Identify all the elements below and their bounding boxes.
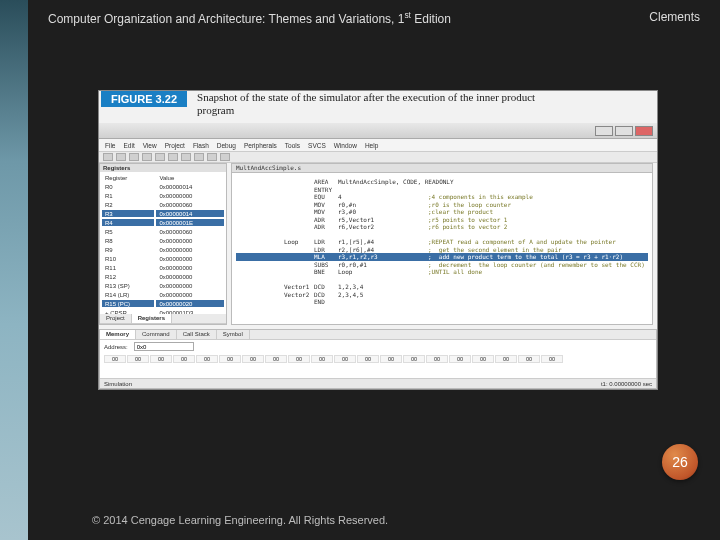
memory-cell[interactable]: 00 [472,355,494,363]
code-line[interactable]: Vector1DCD1,2,3,4 [236,283,648,291]
menu-view[interactable]: View [143,142,157,149]
menu-peripherals[interactable]: Peripherals [244,142,277,149]
menu-debug[interactable]: Debug [217,142,236,149]
memory-cell[interactable]: 00 [449,355,471,363]
register-row[interactable]: R30x00000014 [102,210,224,217]
address-label: Address: [104,344,128,350]
register-row[interactable]: R90x00000000 [102,246,224,253]
memory-cell[interactable]: 00 [495,355,517,363]
memory-cell[interactable]: 00 [426,355,448,363]
address-input[interactable] [134,342,194,351]
memory-cell[interactable]: 00 [541,355,563,363]
page-number: 26 [672,454,688,470]
tab-command[interactable]: Command [136,330,177,339]
register-row[interactable]: R00x00000014 [102,183,224,190]
memory-cell[interactable]: 00 [104,355,126,363]
tab-symbol[interactable]: Symbol [217,330,250,339]
memory-cell[interactable]: 00 [518,355,540,363]
tab-memory[interactable]: Memory [100,330,136,339]
toolbar-button[interactable] [168,153,178,161]
code-line[interactable]: LDRr2,[r6],#4; get the second element in… [236,246,648,254]
memory-cell[interactable]: 00 [127,355,149,363]
code-line[interactable] [236,276,648,284]
code-line[interactable] [236,231,648,239]
code-body[interactable]: AREAMultAndAccSimple, CODE, READONLYENTR… [236,178,648,306]
memory-cell[interactable]: 00 [196,355,218,363]
code-tab[interactable]: MultAndAccSimple.s [236,164,301,171]
code-line[interactable]: ENTRY [236,186,648,194]
slide-main: Computer Organization and Architecture: … [28,0,720,540]
memory-cell[interactable]: 00 [403,355,425,363]
register-row[interactable]: R110x00000000 [102,264,224,271]
toolbar-button[interactable] [116,153,126,161]
window-titlebar [99,123,657,139]
code-line[interactable]: BNELoop;UNTIL all done [236,268,648,276]
code-line[interactable]: SUBSr0,r0,#1; decrement the loop counter… [236,261,648,269]
code-line[interactable]: Vector2DCD2,3,4,5 [236,291,648,299]
toolbar-button[interactable] [155,153,165,161]
register-name: R11 [102,264,154,271]
slide-header: Computer Organization and Architecture: … [48,10,700,26]
code-line[interactable]: EQU4;4 components in this example [236,193,648,201]
memory-cell[interactable]: 00 [150,355,172,363]
register-row[interactable]: R50x00000060 [102,228,224,235]
menu-window[interactable]: Window [334,142,357,149]
memory-cells: 0000000000000000000000000000000000000000 [104,355,563,363]
code-line[interactable]: ADRr5,Vector1;r5 points to vector 1 [236,216,648,224]
menu-edit[interactable]: Edit [123,142,134,149]
toolbar-button[interactable] [103,153,113,161]
register-row[interactable]: R15 (PC)0x00000020 [102,300,224,307]
register-value: 0x00000060 [156,201,224,208]
code-line[interactable]: MLAr3,r1,r2,r3; add new product term to … [236,253,648,261]
toolbar-button[interactable] [142,153,152,161]
code-line[interactable]: ADRr6,Vector2;r6 points to vector 2 [236,223,648,231]
register-name: R14 (LR) [102,291,154,298]
tab-callstack[interactable]: Call Stack [177,330,217,339]
minimize-button[interactable] [595,126,613,136]
memory-cell[interactable]: 00 [219,355,241,363]
memory-cell[interactable]: 00 [288,355,310,363]
tab-registers[interactable]: Registers [132,314,172,323]
code-line[interactable]: END [236,298,648,306]
maximize-button[interactable] [615,126,633,136]
register-row[interactable]: R80x00000000 [102,237,224,244]
toolbar-button[interactable] [181,153,191,161]
toolbar-button[interactable] [207,153,217,161]
register-value: 0x0000001E [156,219,224,226]
memory-cell[interactable]: 00 [242,355,264,363]
code-line[interactable]: MOVr0,#n;r0 is the loop counter [236,201,648,209]
memory-cell[interactable]: 00 [173,355,195,363]
code-line[interactable]: MOVr3,#0;clear the product [236,208,648,216]
register-row[interactable]: R14 (LR)0x00000000 [102,291,224,298]
menu-svcs[interactable]: SVCS [308,142,326,149]
memory-cell[interactable]: 00 [380,355,402,363]
register-name: R10 [102,255,154,262]
page-number-badge: 26 [662,444,698,480]
code-line[interactable]: AREAMultAndAccSimple, CODE, READONLY [236,178,648,186]
register-row[interactable]: R100x00000000 [102,255,224,262]
registers-columns: Register Value [102,174,224,181]
menu-flash[interactable]: Flash [193,142,209,149]
memory-cell[interactable]: 00 [334,355,356,363]
tab-project[interactable]: Project [100,314,132,323]
toolbar-button[interactable] [194,153,204,161]
memory-cell[interactable]: 00 [357,355,379,363]
menu-tools[interactable]: Tools [285,142,300,149]
register-row[interactable]: R120x00000000 [102,273,224,280]
status-bar: Simulation t1: 0.00000000 sec [100,378,656,388]
register-value: 0x00000000 [156,246,224,253]
register-row[interactable]: R10x00000000 [102,192,224,199]
register-row[interactable]: R40x0000001E [102,219,224,226]
menu-file[interactable]: File [105,142,115,149]
code-line[interactable]: LoopLDRr1,[r5],#4;REPEAT read a componen… [236,238,648,246]
close-button[interactable] [635,126,653,136]
register-name: R9 [102,246,154,253]
register-row[interactable]: R13 (SP)0x00000000 [102,282,224,289]
toolbar-button[interactable] [220,153,230,161]
toolbar-button[interactable] [129,153,139,161]
memory-cell[interactable]: 00 [311,355,333,363]
memory-cell[interactable]: 00 [265,355,287,363]
menu-project[interactable]: Project [165,142,185,149]
register-row[interactable]: R20x00000060 [102,201,224,208]
menu-help[interactable]: Help [365,142,378,149]
